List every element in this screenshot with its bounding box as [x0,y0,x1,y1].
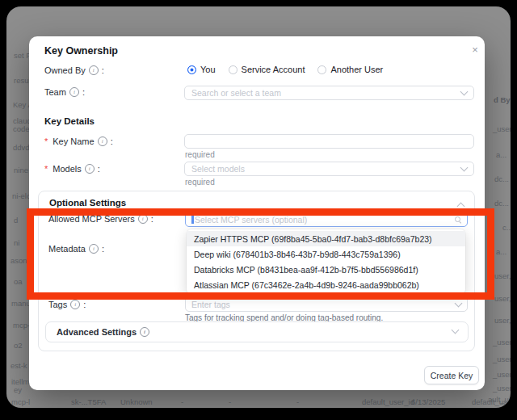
background-table-cell: - [296,397,299,406]
close-icon[interactable]: × [468,42,482,57]
tags-select[interactable]: Enter tags [185,296,468,312]
background-text-fragment: a... [496,247,506,256]
mcp-label-text: Allowed MCP Servers [48,214,135,224]
chevron-down-icon [455,299,463,307]
background-text-fragment: _user, [493,338,511,346]
info-icon[interactable]: i [89,65,99,75]
background-text-fragment: a... [496,150,506,159]
owned-by-radio-option[interactable]: You [187,65,216,74]
background-text-fragment: ey [14,405,22,408]
key-name-label-text: Key Name [53,136,94,146]
models-select-placeholder: Select models [191,164,245,174]
mcp-server-option[interactable]: Atlassian MCP (67c3462e-2a4b-4d9b-9246-a… [187,277,465,292]
radio-icon[interactable] [317,65,326,74]
info-icon[interactable]: i [98,136,107,146]
background-text-fragment: ason2 [11,256,32,265]
create-key-button[interactable]: Create Key [424,366,479,384]
mcp-server-option[interactable]: Deep wiki (678401b3-8b46-43b7-b9d8-443c7… [187,246,465,262]
tags-select-placeholder: Enter tags [191,300,230,309]
advanced-settings-label-text: Advanced Settings [57,327,137,337]
colon: : [98,164,100,174]
key-details-section-title: Key Details [44,116,95,126]
background-text-fragment: _user, [493,384,511,393]
team-select-placeholder: Search or select a team [191,88,281,98]
mcp-servers-select[interactable]: Select MCP servers (optional) [185,212,468,227]
advanced-settings-collapsible[interactable]: Advanced Settings i [45,321,469,342]
background-table-cell: Unknown [120,397,153,406]
colon: : [102,65,104,75]
background-text-fragment: user, [494,271,511,280]
owned-by-label: Owned By i : [44,65,104,75]
radio-icon[interactable] [187,65,196,74]
background-text-fragment: ni-elo [12,191,31,200]
owned-by-radio-group: You Service Account Another User [187,63,383,76]
background-text-fragment: _user, [493,124,511,133]
background-text-fragment: dc... [494,174,509,183]
radio-icon[interactable] [229,65,237,74]
modal-title: Key Ownership [44,45,118,57]
background-text-fragment: ni [14,238,19,247]
advanced-settings-label: Advanced Settings i [57,327,149,337]
info-icon[interactable]: i [70,300,80,309]
search-icon [455,216,461,223]
background-text-fragment: dc... [494,199,509,208]
metadata-label-text: Metadata [48,244,86,254]
radio-option-label: Service Account [242,65,305,74]
background-text-fragment: c... [502,223,511,232]
team-label-text: Team [44,87,66,97]
models-label: * Models i : [44,164,100,174]
colon: : [111,136,113,146]
chevron-up-icon[interactable] [457,203,465,211]
background-text-fragment: ey [14,385,22,394]
background-text-fragment: resul [14,76,31,85]
chevron-down-icon [460,164,469,172]
chevron-down-icon [460,88,469,96]
create-key-modal: Key Ownership × Owned By i : You Service… [29,36,485,390]
key-name-label: * Key Name i : [44,136,113,146]
mcp-server-option[interactable]: Zapier HTTPS MCP (69f8ba45-5ba0-4fd7-bab… [187,231,465,246]
background-table-cell: default_user, [472,397,511,406]
models-select[interactable]: Select models [184,162,474,176]
key-name-required-hint: required [185,150,215,159]
allowed-mcp-servers-label: Allowed MCP Servers i : [48,214,153,224]
background-table-cell: - [229,397,231,406]
background-text-fragment: o2 [14,341,23,350]
text-cursor [191,215,194,224]
key-name-input[interactable] [184,134,474,149]
background-text-fragment: est-k [11,361,27,370]
tags-label-text: Tags [48,300,67,309]
background-text-fragment: _user, [493,370,511,379]
info-icon[interactable]: i [140,327,149,337]
info-icon[interactable]: i [85,164,95,174]
owned-by-radio-option[interactable]: Another User [317,65,383,74]
team-select[interactable]: Search or select a team [184,86,474,100]
tags-label: Tags i : [48,300,86,309]
colon: : [83,300,86,309]
background-text-fragment: user, [494,294,511,303]
models-required-hint: required [185,178,215,187]
background-text-fragment: ddvd [13,143,30,152]
radio-option-label: You [200,65,216,74]
mcp-server-option[interactable]: Databricks MCP (b8431bea-aa9f-412b-b7f5-… [187,262,465,277]
background-text-fragment: user, [494,316,511,325]
team-label: Team i : [44,87,85,97]
chevron-down-icon [452,326,460,334]
mcp-servers-dropdown: Zapier HTTPS MCP (69f8ba45-5ba0-4fd7-bab… [187,229,465,294]
background-text-fragment: _user, [493,355,511,363]
colon: : [151,214,153,224]
background-text-fragment: d [14,216,18,225]
optional-settings-section: Optional Settings Allowed MCP Servers i … [38,191,475,351]
models-label-text: Models [53,164,81,174]
info-icon[interactable]: i [89,244,99,254]
background-text-fragment: oa [14,277,23,286]
colon: : [102,244,104,254]
info-icon[interactable]: i [138,214,148,224]
info-icon[interactable]: i [69,87,79,97]
background-table-cell: - [181,397,183,406]
optional-settings-title: Optional Settings [49,198,126,208]
background-text-fragment: manu [11,299,31,308]
required-asterisk: * [44,136,48,146]
owned-by-radio-option[interactable]: Service Account [229,65,305,74]
background-column-header: d By [494,95,511,104]
background-table-cell: sk-...T5FA [71,397,106,406]
